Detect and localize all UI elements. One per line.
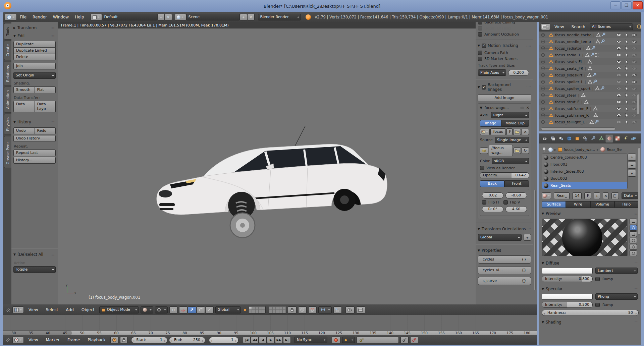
scale-manipulator-button[interactable] [205,306,214,313]
set-origin-dropdown[interactable]: Set Origin [13,72,56,79]
material-users-button[interactable]: 14 [572,192,582,199]
panel-motion-tracking[interactable]: ▼Motion Tracking:::: [478,43,531,48]
offset-y-field[interactable]: -0.60 [505,192,527,198]
breadcrumb-material[interactable]: Rear_Se [607,148,622,152]
outliner-row-focus_needle_tacho[interactable]: focus_needle_tacho| [539,32,641,38]
slot-specials-button[interactable]: ▾ [628,170,636,177]
properties-tab-render-camera[interactable] [541,134,549,142]
viewport-menu-object[interactable]: Object [78,305,98,314]
image-tab[interactable]: Image [480,120,501,127]
diffuse-intensity-slider[interactable]: Intensity: 0.800 [542,276,593,282]
fake-user-button[interactable]: F [584,192,591,199]
layer-cell[interactable] [249,306,252,310]
selectability-cursor-icon[interactable] [624,106,629,111]
jump-to-start-button[interactable]: |◀ [243,337,251,343]
timeline-editor-type-button[interactable] [12,337,24,343]
orientation-dropdown[interactable]: Global [478,234,522,241]
outliner-row-focus_strut_F[interactable]: focus_strut_F| [539,99,641,105]
open-image-button[interactable] [513,129,521,135]
outliner-editor-type-button[interactable] [541,23,550,30]
visibility-eye-icon[interactable] [616,59,621,64]
selectability-cursor-icon[interactable] [624,46,629,51]
renderability-camera-icon[interactable] [632,73,637,77]
shade-flat-button[interactable]: Flat [35,86,56,93]
properties-tab-object[interactable] [573,134,581,142]
outliner-row-focus_spoiler_L[interactable]: focus_spoiler_L| [539,78,641,85]
selectability-cursor-icon[interactable] [624,73,629,77]
reload-image-button[interactable]: ↻ [522,148,529,154]
pivot-align-toggle[interactable]: ↔ [169,306,177,313]
preview-cube-button[interactable] [630,231,637,237]
browse-path-button[interactable] [514,148,521,154]
panel-preview[interactable]: ▼Preview:::: [542,211,639,216]
ambient-occlusion-checkbox[interactable] [478,32,482,37]
selectability-cursor-icon[interactable] [624,53,629,57]
layer-cell[interactable] [255,310,259,313]
preview-monkey-button[interactable] [630,238,637,243]
main-menu-render[interactable]: Render [30,12,50,22]
snap-target-button[interactable] [333,306,342,313]
color-space-dropdown[interactable]: sRGB [492,158,529,164]
tool-tab-relations[interactable]: Relations [4,61,12,86]
jump-to-prev-keyframe-button[interactable]: ◀◀ [251,337,259,343]
camera-path-checkbox[interactable] [478,51,482,55]
pin-icon[interactable] [542,147,547,152]
layer-cell[interactable] [252,306,255,310]
selectability-cursor-icon[interactable] [624,120,629,124]
unlink-material-button[interactable]: ✕ [603,192,609,199]
record-button[interactable] [332,337,340,343]
material-browse-button[interactable] [542,192,551,199]
track-size-field[interactable]: 0.200 [508,70,529,76]
repeat-history-button[interactable]: History... [13,157,56,164]
jump-to-end-button[interactable]: ▶| [283,337,291,343]
scene-icon-button[interactable] [175,14,186,20]
layer-cell[interactable] [276,306,279,310]
duplicate-button[interactable]: Duplicate [13,41,56,48]
end-frame-field[interactable]: ◂End:250▸ [169,337,205,343]
npanel-scrollbar[interactable] [533,22,537,304]
properties-tab-texture[interactable] [613,134,621,142]
new-layout-button[interactable]: ＋ [157,14,165,20]
autokey-mode-dropdown[interactable]: ◆ [342,337,355,343]
layer-cell[interactable] [282,310,286,313]
backface-culling[interactable]: Backface Culling [478,22,531,24]
outliner-row-focus_radio_1[interactable]: focus_radio_1| [539,52,641,58]
collapse-icon[interactable]: ▼ [480,106,482,110]
renderability-camera-icon[interactable] [632,53,637,57]
snap-toggle-button[interactable] [308,306,317,313]
material-type-wire[interactable]: Wire [566,201,590,208]
view-as-render[interactable]: View as Render [480,166,529,170]
visibility-eye-icon[interactable] [616,93,621,98]
main-menu-window[interactable]: Window [50,12,72,22]
layer-cell[interactable] [262,310,265,313]
editor-divider[interactable] [537,22,539,345]
source-dropdown[interactable]: Single Image [495,137,529,143]
layer-cell[interactable] [276,310,279,313]
panel-transform-orientations[interactable]: ▼Transform Orientations::: [478,227,531,231]
join-button[interactable]: Join [13,63,56,69]
maximize-button[interactable]: ❐ [622,1,632,9]
snap-element-dropdown[interactable] [318,306,332,313]
properties-tab-render-layers[interactable] [549,134,557,142]
properties-tab-object-data[interactable] [597,134,605,142]
properties-tab-scene[interactable] [557,134,565,142]
layer-cell[interactable] [269,306,272,310]
material-slot-Floor.003[interactable]: Floor.003 [542,161,627,168]
view-as-render-checkbox[interactable] [480,166,484,170]
preview-hair-button[interactable] [630,244,637,250]
visibility-eye-icon[interactable] [616,106,621,111]
layer-cell[interactable] [262,306,265,310]
selectability-cursor-icon[interactable] [624,86,629,91]
material-link-dropdown[interactable]: Data [622,192,639,199]
image-browse-button[interactable] [480,129,490,135]
visibility-eye-icon[interactable] [616,113,621,118]
front-button[interactable]: Front [504,180,529,187]
visibility-eye-icon[interactable] [616,53,621,57]
outliner-properties-divider[interactable] [539,131,641,133]
outliner-vscrollbar[interactable] [637,94,639,115]
selectability-cursor-icon[interactable] [624,79,629,84]
preview-sphere-button[interactable] [630,225,637,231]
custom-property-cycles_vi[interactable]: cycles_vi...{} [478,266,531,274]
properties-tab-world[interactable] [565,134,573,142]
viewport-menu-select[interactable]: Select [43,305,61,314]
